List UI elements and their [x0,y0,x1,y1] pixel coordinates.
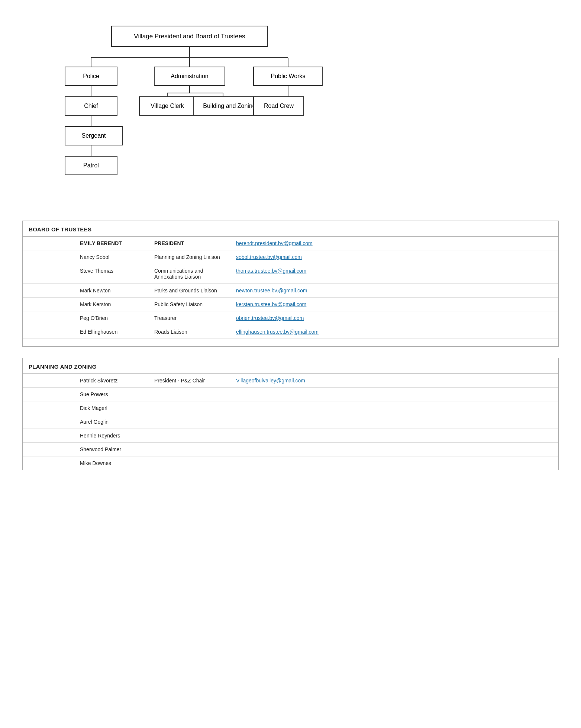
table-row: Sue Powers [23,388,558,401]
trustee-email[interactable]: kersten.trustee.bv@gmail.com [236,301,306,307]
table-row: Aurel Goglin [23,415,558,429]
org-administration-label: Administration [171,73,208,79]
spacer-row [23,339,558,347]
trustee-role: Roads Liaison [149,325,231,339]
trustee-name: Mark Kerston [75,298,149,311]
member-name: Aurel Goglin [75,415,149,429]
trustee-email[interactable]: sobol.trustee.bv@gmail.com [236,254,302,260]
trustee-name: Steve Thomas [75,264,149,284]
member-name: Patrick Skvoretz [75,374,149,388]
org-sergeant-label: Sergeant [82,132,106,139]
board-of-trustees-header: BOARD OF TRUSTEES [23,221,558,237]
trustee-role: PRESIDENT [154,240,184,246]
board-of-trustees-section: BOARD OF TRUSTEES EMILY BERENDT PRESIDEN… [22,221,559,347]
org-patrol-label: Patrol [83,162,99,169]
trustee-name: Ed Ellinghausen [75,325,149,339]
table-row: Patrick Skvoretz President - P&Z Chair V… [23,374,558,388]
org-roadcrew-label: Road Crew [264,103,294,109]
trustee-name: Peg O'Brien [75,311,149,325]
table-row: Steve Thomas Communications and Annexati… [23,264,558,284]
trustee-role: Parks and Grounds Liaison [149,284,231,298]
org-police-label: Police [83,73,99,79]
trustee-email[interactable]: thomas.trustee.bv@gmail.com [236,268,306,274]
trustee-email[interactable]: obrien.trustee.bv@gmail.com [236,315,304,321]
table-row: Mike Downes [23,456,558,470]
member-role: President - P&Z Chair [149,374,231,388]
planning-and-zoning-section: PLANNING AND ZONING Patrick Skvoretz Pre… [22,358,559,470]
trustee-email[interactable]: ellinghausen.trustee.bv@gmail.com [236,329,319,335]
org-villageclerk-label: Village Clerk [151,103,184,109]
org-level1-label: Village President and Board of Trustees [134,33,245,40]
table-row: Mark Newton Parks and Grounds Liaison ne… [23,284,558,298]
member-name: Sue Powers [75,388,149,401]
org-buildingandzoning-label: Building and Zoning [203,103,255,109]
member-name: Dick Magerl [75,401,149,415]
org-chart: Village President and Board of Trustees … [22,15,559,202]
table-row: Mark Kerston Public Safety Liaison kerst… [23,298,558,311]
table-row: Hennie Reynders [23,429,558,443]
org-chief-label: Chief [84,103,98,109]
table-row: Peg O'Brien Treasurer obrien.trustee.bv@… [23,311,558,325]
member-name: Sherwood Palmer [75,443,149,456]
member-name: Hennie Reynders [75,429,149,443]
table-row: Dick Magerl [23,401,558,415]
trustee-email[interactable]: newton.trustee.bv.@gmail.com [236,288,307,294]
trustee-role: Public Safety Liaison [149,298,231,311]
trustee-name: EMILY BERENDT [80,240,122,246]
table-row: EMILY BERENDT PRESIDENT berendt.presiden… [23,237,558,250]
trustee-role: Treasurer [149,311,231,325]
planning-and-zoning-table: Patrick Skvoretz President - P&Z Chair V… [23,374,558,470]
table-row: Ed Ellinghausen Roads Liaison ellinghaus… [23,325,558,339]
member-name: Mike Downes [75,456,149,470]
planning-and-zoning-header: PLANNING AND ZONING [23,358,558,374]
table-row: Nancy Sobol Planning and Zoning Liaison … [23,250,558,264]
member-email[interactable]: Villageofbulvalley@gmail.com [236,378,305,384]
table-row: Sherwood Palmer [23,443,558,456]
org-publicworks-label: Public Works [271,73,305,79]
trustee-name: Nancy Sobol [75,250,149,264]
trustee-role: Planning and Zoning Liaison [149,250,231,264]
board-of-trustees-table: EMILY BERENDT PRESIDENT berendt.presiden… [23,237,558,346]
trustee-email[interactable]: berendt.president.bv@gmail.com [236,240,313,246]
trustee-name: Mark Newton [75,284,149,298]
trustee-role: Communications and Annexations Liaison [149,264,231,284]
org-chart-svg: Village President and Board of Trustees … [22,15,357,201]
